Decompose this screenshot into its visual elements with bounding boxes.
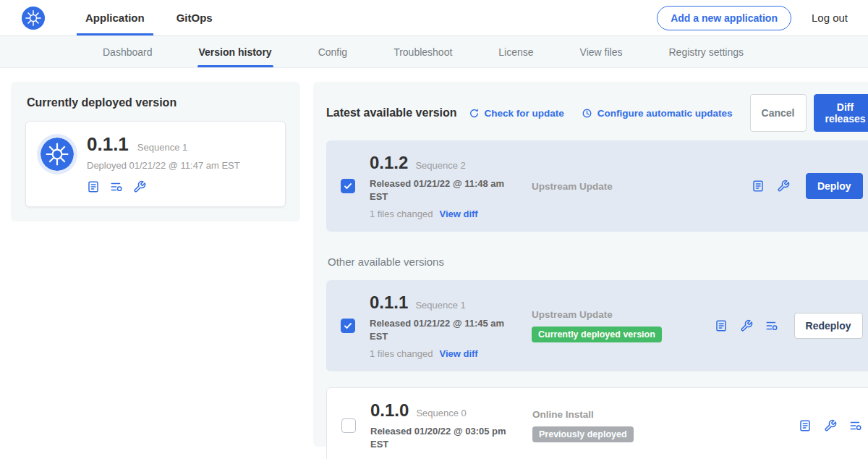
version-source: Online Install xyxy=(532,409,799,420)
other-versions-title: Other available versions xyxy=(328,256,868,268)
release-notes-icon[interactable] xyxy=(752,180,765,193)
version-row: 0.1.2 Sequence 2 Released 01/21/22 @ 11:… xyxy=(326,140,868,232)
version-source-col: Upstream Update xyxy=(527,181,752,192)
latest-version-title: Latest available version xyxy=(326,106,457,119)
checkbox-check-icon xyxy=(343,321,353,331)
diff-releases-button[interactable]: Diff releases xyxy=(814,94,868,132)
configure-updates-link[interactable]: Configure automatic updates xyxy=(582,108,733,119)
nav-application[interactable]: Application xyxy=(69,0,161,35)
currently-deployed-badge: Currently deployed version xyxy=(532,327,662,342)
tab-dashboard-label: Dashboard xyxy=(103,46,153,58)
header-right: Add a new application Log out xyxy=(657,6,848,30)
top-nav: Application GitOps xyxy=(69,0,229,35)
app-subnav: Dashboard Version history Config Trouble… xyxy=(0,36,868,68)
version-row: 0.1.1 Sequence 1 Released 01/21/22 @ 11:… xyxy=(326,280,868,371)
version-sequence: Sequence 1 xyxy=(415,300,465,311)
app-icon xyxy=(41,138,74,171)
view-diff-link[interactable]: View diff xyxy=(439,209,477,219)
deployed-version-card: 0.1.1 Sequence 1 Deployed 01/21/22 @ 11:… xyxy=(25,121,286,207)
files-changed: 1 files changed xyxy=(370,348,433,359)
refresh-icon xyxy=(469,108,480,119)
tab-license[interactable]: License xyxy=(497,36,535,67)
diff-icon[interactable] xyxy=(110,180,123,193)
redeploy-button[interactable]: Redeploy xyxy=(794,313,863,339)
diff-icon[interactable] xyxy=(765,319,778,332)
add-application-button[interactable]: Add a new application xyxy=(657,6,791,30)
version-number: 0.1.1 xyxy=(370,292,408,313)
tab-troubleshoot-label: Troubleshoot xyxy=(393,46,452,58)
cancel-button[interactable]: Cancel xyxy=(750,94,807,132)
version-select-checkbox[interactable] xyxy=(341,179,355,193)
version-actions: Deploy xyxy=(752,173,863,199)
tab-registry-settings[interactable]: Registry settings xyxy=(667,36,744,67)
version-actions xyxy=(799,419,862,432)
tab-registry-settings-label: Registry settings xyxy=(668,46,743,58)
kubernetes-logo xyxy=(22,7,45,30)
deploy-button[interactable]: Deploy xyxy=(806,173,863,199)
version-source: Upstream Update xyxy=(532,181,752,192)
tab-view-files[interactable]: View files xyxy=(579,36,624,67)
version-select-checkbox[interactable] xyxy=(341,418,356,433)
nav-gitops-label: GitOps xyxy=(176,12,213,24)
tab-license-label: License xyxy=(498,46,533,58)
currently-deployed-card: Currently deployed version 0.1.1 Sequenc… xyxy=(11,82,300,222)
checkbox-check-icon xyxy=(343,181,353,191)
deployed-version-number: 0.1.1 xyxy=(87,133,129,156)
version-released: Released 01/20/22 @ 03:05 pm EST xyxy=(370,425,508,450)
nav-gitops[interactable]: GitOps xyxy=(161,0,229,35)
release-notes-icon[interactable] xyxy=(799,419,812,432)
currently-deployed-title: Currently deployed version xyxy=(27,96,286,109)
version-released: Released 01/21/22 @ 11:45 am EST xyxy=(370,317,507,342)
version-info: 0.1.2 Sequence 2 Released 01/21/22 @ 11:… xyxy=(370,153,527,219)
version-info: 0.1.0 Sequence 0 Released 01/20/22 @ 03:… xyxy=(370,400,528,450)
tab-view-files-label: View files xyxy=(580,46,623,58)
check-for-update-link[interactable]: Check for update xyxy=(469,108,564,119)
diff-mode-buttons: Cancel Diff releases xyxy=(750,94,868,132)
deployed-version-details: 0.1.1 Sequence 1 Deployed 01/21/22 @ 11:… xyxy=(87,133,240,193)
tab-dashboard[interactable]: Dashboard xyxy=(101,36,154,67)
clock-icon xyxy=(582,108,592,119)
diff-icon[interactable] xyxy=(849,419,862,432)
logout-link[interactable]: Log out xyxy=(812,12,848,24)
release-notes-icon[interactable] xyxy=(715,319,728,332)
version-source-col: Online Install Previously deployed xyxy=(528,409,799,442)
version-row: 0.1.0 Sequence 0 Released 01/20/22 @ 03:… xyxy=(326,387,868,459)
release-notes-icon[interactable] xyxy=(87,180,100,193)
files-changed: 1 files changed xyxy=(370,209,433,219)
version-number: 0.1.2 xyxy=(370,153,408,173)
version-history-panel: Latest available version Check for updat… xyxy=(313,82,868,447)
version-select-checkbox[interactable] xyxy=(341,319,355,333)
view-diff-link[interactable]: View diff xyxy=(439,348,477,359)
tab-config-label: Config xyxy=(318,46,347,58)
main-content: Currently deployed version 0.1.1 Sequenc… xyxy=(0,68,868,447)
nav-application-label: Application xyxy=(85,12,145,24)
top-header: Application GitOps Add a new application… xyxy=(0,0,868,36)
tab-troubleshoot[interactable]: Troubleshoot xyxy=(392,36,454,67)
configure-updates-label: Configure automatic updates xyxy=(597,108,733,119)
version-sequence: Sequence 0 xyxy=(416,408,466,418)
version-released: Released 01/21/22 @ 11:48 am EST xyxy=(370,177,507,203)
previously-deployed-badge: Previously deployed xyxy=(532,426,634,442)
latest-version-header: Latest available version Check for updat… xyxy=(326,94,868,132)
version-info: 0.1.1 Sequence 1 Released 01/21/22 @ 11:… xyxy=(370,292,527,359)
edit-config-icon[interactable] xyxy=(777,180,790,193)
version-source-col: Upstream Update Currently deployed versi… xyxy=(527,309,715,342)
version-sequence: Sequence 2 xyxy=(415,160,465,171)
deployed-sequence: Sequence 1 xyxy=(137,142,187,153)
deployed-actions xyxy=(87,180,240,193)
version-number: 0.1.0 xyxy=(370,400,409,421)
tab-version-history[interactable]: Version history xyxy=(197,36,273,67)
tab-version-history-label: Version history xyxy=(199,46,272,58)
version-actions: Redeploy xyxy=(715,313,863,339)
tab-config[interactable]: Config xyxy=(317,36,349,67)
edit-config-icon[interactable] xyxy=(824,419,837,432)
edit-config-icon[interactable] xyxy=(133,180,146,193)
deployed-timestamp: Deployed 01/21/22 @ 11:47 am EST xyxy=(87,160,240,171)
edit-config-icon[interactable] xyxy=(740,319,753,332)
check-for-update-label: Check for update xyxy=(485,108,564,119)
version-source: Upstream Update xyxy=(532,309,715,320)
